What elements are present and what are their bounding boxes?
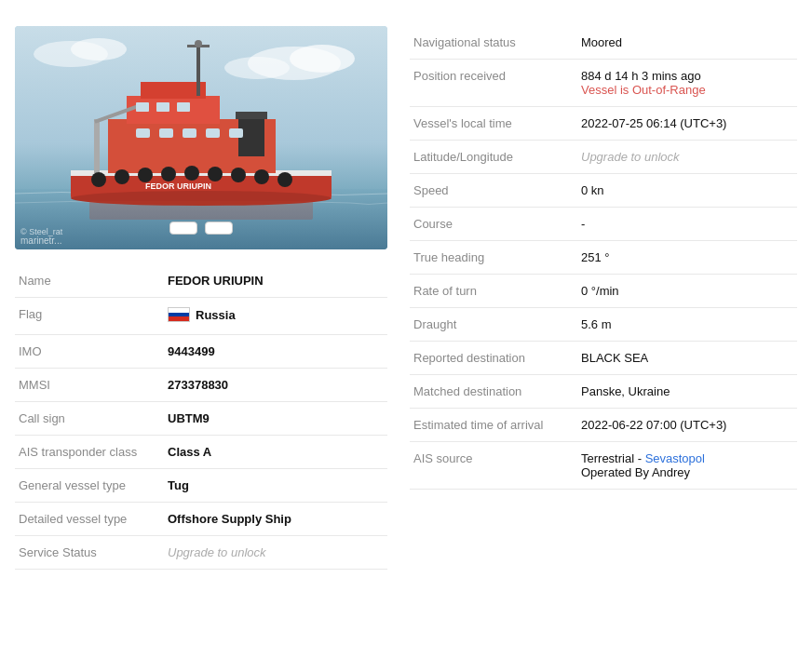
ais-field-label: Navigational status (410, 26, 577, 60)
field-value: Class A (164, 436, 387, 469)
view-all-photos-button[interactable] (205, 222, 233, 235)
svg-point-28 (91, 172, 106, 187)
photo-credit: © Steel_rat (20, 227, 62, 236)
table-row: IMO9443499 (15, 335, 387, 369)
ais-field-value: Panske, Ukraine (577, 375, 797, 409)
table-row: General vessel typeTug (15, 469, 387, 503)
ais-field-label: Reported destination (410, 342, 577, 375)
ais-source-prefix: Terrestrial - (581, 451, 645, 465)
svg-rect-22 (183, 128, 196, 138)
general-info-table: NameFEDOR URIUPINFlagRussiaIMO9443499MMS… (15, 264, 387, 570)
table-row: Course- (410, 208, 797, 241)
ais-field-label: Position received (410, 60, 577, 107)
field-label: AIS transponder class (15, 436, 164, 469)
table-row: Rate of turn0 °/min (410, 275, 797, 308)
table-row: Detailed vessel typeOffshore Supply Ship (15, 503, 387, 536)
ais-field-label: Estimated time of arrival (410, 409, 577, 442)
ais-field-label: Matched destination (410, 375, 577, 409)
svg-rect-24 (229, 128, 243, 138)
field-label: Flag (15, 298, 164, 335)
flag-name: Russia (196, 308, 236, 322)
table-row: True heading251 ° (410, 241, 797, 275)
russia-flag-icon (168, 307, 190, 322)
field-label: Service Status (15, 536, 164, 570)
field-label: MMSI (15, 369, 164, 402)
field-value: Upgrade to unlock (164, 536, 387, 570)
table-row: Reported destinationBLACK SEA (410, 342, 797, 375)
photo-buttons (169, 222, 233, 235)
table-row: NameFEDOR URIUPIN (15, 264, 387, 298)
table-row: Estimated time of arrival2022-06-22 07:0… (410, 409, 797, 442)
field-label: Detailed vessel type (15, 503, 164, 536)
upload-photo-button[interactable] (169, 222, 197, 235)
ship-image-container: FEDOR URIUPIN marinetr... © Steel_rat (15, 26, 387, 249)
ais-field-label: Latitude/Longitude (410, 141, 577, 174)
field-value: FEDOR URIUPIN (164, 264, 387, 298)
svg-rect-17 (236, 112, 267, 119)
table-row: AIS transponder classClass A (15, 436, 387, 469)
svg-rect-18 (94, 119, 100, 173)
field-value: UBTM9 (164, 402, 387, 436)
ais-field-label: Speed (410, 174, 577, 208)
svg-point-31 (161, 167, 176, 181)
svg-rect-20 (136, 128, 150, 138)
svg-rect-13 (196, 45, 200, 96)
ais-source-suffix: Operated By Andrey (581, 465, 690, 479)
field-value: Offshore Supply Ship (164, 503, 387, 536)
ais-field-value: Upgrade to unlock (577, 141, 797, 174)
svg-point-36 (277, 172, 292, 187)
table-row: FlagRussia (15, 298, 387, 335)
flag-container: Russia (168, 307, 236, 322)
table-row: Matched destinationPanske, Ukraine (410, 375, 797, 409)
table-row: Position received884 d 14 h 3 mins agoVe… (410, 60, 797, 107)
ais-field-value: 2022-06-22 07:00 (UTC+3) (577, 409, 797, 442)
table-row: Draught5.6 m (410, 308, 797, 342)
table-row: Speed0 kn (410, 174, 797, 208)
ais-field-label: True heading (410, 241, 577, 275)
svg-point-35 (254, 169, 269, 184)
svg-rect-12 (141, 82, 206, 99)
ais-field-value: Terrestrial - Sevastopol Operated By And… (577, 442, 797, 490)
field-label: IMO (15, 335, 164, 369)
svg-point-32 (184, 166, 199, 181)
ais-field-value: 0 kn (577, 174, 797, 208)
position-received-time: 884 d 14 h 3 mins ago (581, 69, 701, 83)
svg-point-15 (195, 40, 202, 47)
ais-field-label: AIS source (410, 442, 577, 490)
svg-point-5 (71, 38, 127, 60)
out-of-range-label: Vessel is Out-of-Range (581, 83, 793, 97)
field-label: Call sign (15, 402, 164, 436)
left-panel: FEDOR URIUPIN marinetr... © Steel_rat Na… (15, 15, 387, 570)
ais-field-value: 5.6 m (577, 308, 797, 342)
svg-point-3 (224, 57, 290, 79)
ais-field-value: Moored (577, 26, 797, 60)
svg-text:FEDOR URIUPIN: FEDOR URIUPIN (145, 181, 211, 191)
table-row: Navigational statusMoored (410, 26, 797, 60)
svg-rect-21 (159, 128, 173, 138)
field-value: Russia (164, 298, 387, 335)
ais-field-label: Draught (410, 308, 577, 342)
ais-field-value: 251 ° (577, 241, 797, 275)
field-value: Tug (164, 469, 387, 503)
ais-field-value: - (577, 208, 797, 241)
ais-field-value: 0 °/min (577, 275, 797, 308)
ais-field-label: Vessel's local time (410, 107, 577, 141)
svg-point-33 (208, 167, 223, 181)
ais-field-value: BLACK SEA (577, 342, 797, 375)
field-label: Name (15, 264, 164, 298)
ais-field-label: Course (410, 208, 577, 241)
field-label: General vessel type (15, 469, 164, 503)
ship-illustration: FEDOR URIUPIN (15, 26, 387, 249)
table-row: MMSI273378830 (15, 369, 387, 402)
table-row: Latitude/LongitudeUpgrade to unlock (410, 141, 797, 174)
table-row: AIS sourceTerrestrial - Sevastopol Opera… (410, 442, 797, 490)
svg-rect-25 (136, 102, 149, 112)
svg-point-30 (138, 168, 153, 182)
svg-rect-27 (177, 102, 190, 112)
table-row: Call signUBTM9 (15, 402, 387, 436)
table-row: Service StatusUpgrade to unlock (15, 536, 387, 570)
field-value: 9443499 (164, 335, 387, 369)
sevastopol-link[interactable]: Sevastopol (645, 451, 705, 465)
ais-info-table: Navigational statusMooredPosition receiv… (410, 26, 797, 490)
svg-point-34 (231, 168, 246, 182)
